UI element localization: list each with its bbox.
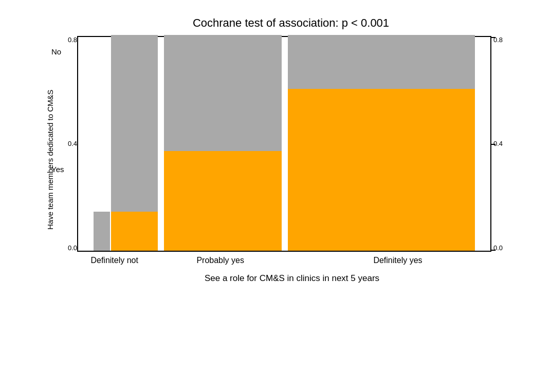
right-tick-area — [490, 37, 495, 251]
plot-container: No Yes — [77, 36, 491, 252]
bar-dn-col2 — [111, 35, 158, 251]
bar-py-col-orange — [164, 151, 282, 250]
bar-group-definitely-yes — [288, 35, 475, 251]
x-label-definitely-not: Definitely not — [77, 256, 152, 265]
bar-group-probably-yes — [164, 35, 282, 251]
bar-dy-col-gray — [288, 35, 475, 89]
x-axis-title: See a role for CM&S in clinics in next 5… — [61, 273, 507, 284]
y-tick-00: 0.0 — [68, 244, 77, 252]
chart-inner: 0.8 0.4 0.0 No Yes — [61, 36, 507, 284]
bar-dy-col — [288, 35, 475, 251]
x-labels: Definitely not Probably yes Definitely y… — [61, 256, 507, 265]
bar-dn-col1 — [94, 35, 110, 251]
bar-py-col-gray — [164, 35, 282, 152]
y-tick-labels: 0.8 0.4 0.0 — [61, 36, 77, 252]
bar-group-definitely-not — [94, 35, 158, 251]
chart-wrapper: Cochrane test of association: p < 0.001 … — [44, 16, 507, 376]
chart-title: Cochrane test of association: p < 0.001 — [75, 16, 507, 30]
right-tick-top — [491, 37, 495, 38]
bar-dn-col1-gray — [94, 212, 110, 251]
bar-py-col — [164, 35, 282, 251]
yn-yes-label: Yes — [51, 165, 64, 174]
bar-dn-col2-gray — [111, 35, 158, 212]
bar-dy-col-orange — [288, 89, 475, 251]
y-tick-04: 0.4 — [68, 140, 77, 147]
plot-and-yaxis: 0.8 0.4 0.0 No Yes — [61, 36, 507, 252]
bars-area — [78, 37, 490, 251]
yn-no-label: No — [51, 47, 61, 56]
x-label-definitely-yes: Definitely yes — [289, 256, 507, 265]
right-tick-bottom — [491, 250, 495, 251]
y-axis-label: Have team members dedicated to CM&S — [44, 36, 57, 284]
bar-dn-col2-orange — [111, 212, 158, 251]
right-tick-mid — [491, 144, 495, 145]
chart-area: Have team members dedicated to CM&S 0.8 … — [44, 36, 507, 284]
y-tick-08: 0.8 — [68, 36, 77, 44]
x-label-probably-yes: Probably yes — [152, 256, 289, 265]
